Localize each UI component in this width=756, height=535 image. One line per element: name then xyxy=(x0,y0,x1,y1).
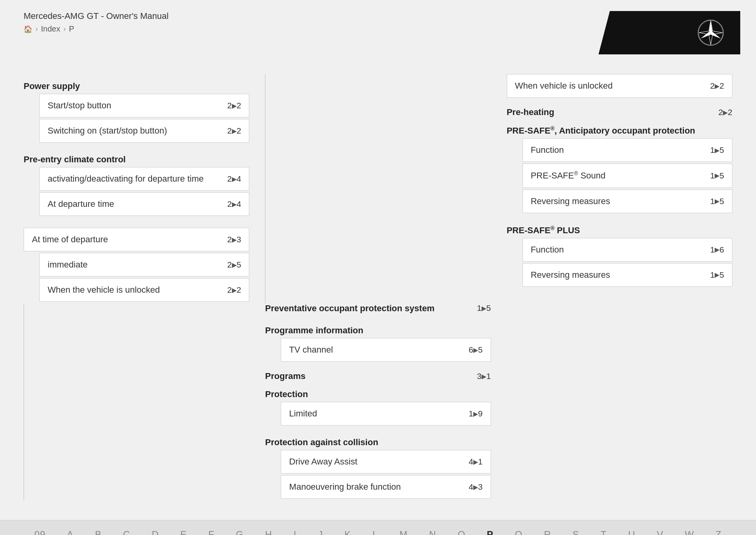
entry-page: 2▶2 xyxy=(227,126,241,136)
list-item[interactable]: Reversing measures 1▶5 xyxy=(523,189,732,213)
alpha-nav-H[interactable]: H xyxy=(262,528,275,535)
alpha-nav-U[interactable]: U xyxy=(625,528,638,535)
alpha-nav-C[interactable]: C xyxy=(120,528,133,535)
entry-page: 6▶5 xyxy=(469,345,482,355)
alpha-nav-O[interactable]: O xyxy=(454,528,469,535)
list-item[interactable]: Reversing measures 1▶5 xyxy=(523,263,732,287)
alpha-nav-G[interactable]: G xyxy=(233,528,247,535)
svg-point-2 xyxy=(710,32,712,34)
alpha-nav-V[interactable]: V xyxy=(654,528,667,535)
alpha-nav-W[interactable]: W xyxy=(682,528,697,535)
alpha-nav-T[interactable]: T xyxy=(597,528,610,535)
breadcrumb: 🏠 › Index › P xyxy=(24,24,169,33)
entry-label: When the vehicle is unlocked xyxy=(48,285,223,295)
list-item[interactable]: Function 1▶5 xyxy=(523,138,732,162)
list-item[interactable]: Limited 1▶9 xyxy=(281,402,491,425)
breadcrumb-sep1: › xyxy=(35,25,38,33)
alpha-nav-K[interactable]: K xyxy=(341,528,354,535)
alpha-nav-D[interactable]: D xyxy=(148,528,162,535)
header: Mercedes-AMG GT - Owner's Manual 🏠 › Ind… xyxy=(0,0,756,62)
entry-label: Start/stop button xyxy=(48,100,223,111)
heading-programme-info: Programme information xyxy=(265,325,491,336)
alpha-nav-F[interactable]: F xyxy=(205,528,218,535)
programs-page: 3▶1 xyxy=(477,372,491,381)
logo-background xyxy=(598,11,740,54)
entry-page: 1▶6 xyxy=(710,245,724,254)
heading-preventative: Preventative occupant protection system xyxy=(265,303,473,314)
alpha-nav-R[interactable]: R xyxy=(541,528,554,535)
list-item[interactable]: Start/stop button 2▶2 xyxy=(39,94,249,117)
entry-page: 1▶5 xyxy=(710,171,724,180)
entry-label: activating/deactivating for departure ti… xyxy=(48,174,223,184)
column-3: Preventative occupant protection system … xyxy=(265,303,491,500)
home-icon[interactable]: 🏠 xyxy=(24,25,32,33)
alpha-nav-Z[interactable]: Z xyxy=(712,528,725,535)
entry-label: Switching on (start/stop button) xyxy=(48,126,223,136)
entry-page: 1▶5 xyxy=(710,270,724,280)
alpha-nav-09[interactable]: 09 xyxy=(31,528,49,535)
entry-page: 4▶3 xyxy=(469,482,482,492)
alpha-nav-B[interactable]: B xyxy=(92,528,105,535)
breadcrumb-current: P xyxy=(69,24,74,33)
list-item[interactable]: activating/deactivating for departure ti… xyxy=(39,167,249,191)
entry-page: 2▶2 xyxy=(710,81,724,91)
breadcrumb-index[interactable]: Index xyxy=(41,24,60,33)
entry-label: PRE-SAFE® Sound xyxy=(531,170,706,181)
alpha-nav-A[interactable]: A xyxy=(64,528,77,535)
alpha-nav-P[interactable]: P xyxy=(484,528,497,535)
column-separator-2 xyxy=(24,303,24,500)
entry-page: 2▶4 xyxy=(227,199,241,209)
heading-pre-entry: Pre-entry climate control xyxy=(24,154,249,165)
entry-page: 2▶4 xyxy=(227,174,241,184)
entry-page: 2▶2 xyxy=(227,101,241,110)
alpha-nav-L[interactable]: L xyxy=(369,528,381,535)
list-item[interactable]: When the vehicle is unlocked 2▶2 xyxy=(39,278,249,302)
list-item[interactable]: Manoeuvering brake function 4▶3 xyxy=(281,475,491,499)
list-item[interactable]: At time of departure 2▶3 xyxy=(24,228,249,251)
entry-label: Reversing measures xyxy=(531,196,706,206)
entry-label: Drive Away Assist xyxy=(289,457,465,467)
heading-presafe: PRE-SAFE®, Anticipatory occupant protect… xyxy=(507,125,732,136)
entry-label: At departure time xyxy=(48,199,223,209)
main-content: Power supply Start/stop button 2▶2 Switc… xyxy=(0,62,756,508)
entry-page: 2▶2 xyxy=(227,285,241,295)
entry-label: TV channel xyxy=(289,345,465,355)
entry-label: At time of departure xyxy=(32,234,223,245)
heading-protection: Protection xyxy=(265,389,491,399)
list-item[interactable]: immediate 2▶5 xyxy=(39,253,249,277)
entry-page: 1▶5 xyxy=(710,197,724,206)
entry-label: Function xyxy=(531,145,706,155)
page-title: Mercedes-AMG GT - Owner's Manual xyxy=(24,11,169,21)
list-item[interactable]: PRE-SAFE® Sound 1▶5 xyxy=(523,163,732,188)
mercedes-logo xyxy=(697,19,724,46)
list-item[interactable]: Function 1▶6 xyxy=(523,238,732,262)
entry-page: 2▶5 xyxy=(227,260,241,269)
entry-label: When vehicle is unlocked xyxy=(515,81,706,91)
list-item[interactable]: TV channel 6▶5 xyxy=(281,338,491,362)
header-left: Mercedes-AMG GT - Owner's Manual 🏠 › Ind… xyxy=(24,11,169,33)
column-2: When vehicle is unlocked 2▶2 Pre-heating… xyxy=(507,74,732,303)
list-item[interactable]: Drive Away Assist 4▶1 xyxy=(281,450,491,474)
preheating-page: 2▶2 xyxy=(719,108,732,117)
heading-protection-collision: Protection against collision xyxy=(265,437,491,448)
alpha-nav-M[interactable]: M xyxy=(397,528,411,535)
alpha-nav-Q[interactable]: Q xyxy=(512,528,526,535)
list-item[interactable]: At departure time 2▶4 xyxy=(39,192,249,216)
entry-label: Limited xyxy=(289,409,465,419)
alpha-nav-E[interactable]: E xyxy=(177,528,190,535)
list-item[interactable]: When vehicle is unlocked 2▶2 xyxy=(507,74,732,98)
heading-programs: Programs xyxy=(265,371,306,381)
entry-page: 4▶1 xyxy=(469,457,482,466)
alpha-nav-N[interactable]: N xyxy=(426,528,439,535)
entry-label: immediate xyxy=(48,260,223,270)
alpha-nav-I[interactable]: I xyxy=(291,528,300,535)
preventative-page: 1▶5 xyxy=(477,303,491,313)
alpha-nav-J[interactable]: J xyxy=(315,528,326,535)
column-separator-1 xyxy=(265,74,265,303)
list-item[interactable]: Switching on (start/stop button) 2▶2 xyxy=(39,119,249,143)
breadcrumb-sep2: › xyxy=(63,25,66,33)
alpha-nav-S[interactable]: S xyxy=(569,528,582,535)
heading-presafe-plus: PRE-SAFE® PLUS xyxy=(507,225,732,236)
entry-page: 2▶3 xyxy=(227,235,241,244)
alphabet-navigation: 09 A B C D E F G H I J K L M N O P Q R S… xyxy=(0,520,756,535)
